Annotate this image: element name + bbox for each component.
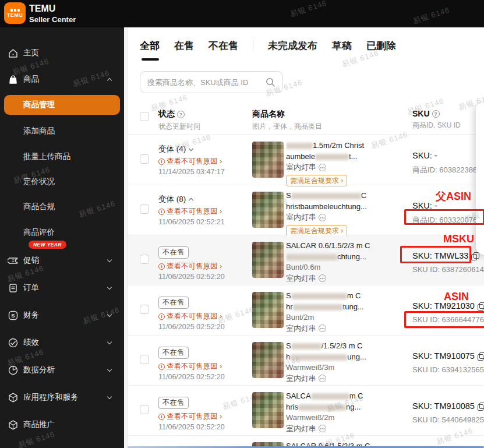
- sidebar-item-label: 促销: [23, 255, 39, 266]
- sidebar-item-product-promotion[interactable]: 商品推广: [0, 415, 124, 435]
- row-checkbox[interactable]: [140, 204, 149, 214]
- search-icon[interactable]: [265, 77, 275, 87]
- copy-icon[interactable]: [478, 302, 484, 310]
- more-icon[interactable]: •••: [319, 274, 326, 282]
- table-row[interactable]: 不在售i查看不可售原因 ›11/06/2025 02:52:20Sm Chrtu…: [128, 285, 484, 336]
- variant-toggle[interactable]: 变体 (8): [158, 194, 193, 204]
- product-title-line1[interactable]: SC: [286, 191, 409, 202]
- table-row[interactable]: 变体 (4)i查看不可售原因 ›11/14/2025 03:47:171.5m/…: [128, 135, 484, 185]
- product-title-line2[interactable]: aumbelet...: [286, 151, 409, 163]
- sidebar-item-finance[interactable]: S财务: [0, 305, 124, 325]
- temu-logo[interactable]: TEMU: [4, 2, 26, 24]
- product-thumbnail[interactable]: [252, 392, 284, 428]
- product-title-line2[interactable]: hristbaumbeleuchtung...: [286, 202, 409, 213]
- sku-help-icon[interactable]: ?: [432, 110, 440, 118]
- product-title-fragment: SALCA: [286, 391, 311, 400]
- unsellable-reason-link[interactable]: i查看不可售原因 ›: [158, 312, 222, 322]
- sidebar-item-bulk-upload-products[interactable]: 批量上传商品: [0, 148, 124, 165]
- select-all-checkbox[interactable]: [140, 112, 149, 121]
- sidebar-item-apps-services[interactable]: 应用程序和服务: [0, 387, 124, 407]
- sidebar-item-performance[interactable]: 绩效: [0, 333, 124, 352]
- tab-all[interactable]: 全部: [140, 39, 160, 52]
- product-title-line1[interactable]: SALCAm C: [286, 391, 409, 402]
- more-icon[interactable]: •••: [319, 324, 326, 332]
- sidebar-item-add-product[interactable]: 添加商品: [0, 122, 124, 140]
- status-badge: 不在售: [158, 297, 189, 309]
- annotation-msku-label: MSKU: [443, 233, 474, 245]
- product-thumbnail[interactable]: [252, 292, 284, 328]
- product-title-line1[interactable]: 1.5m/2m Christ: [286, 140, 409, 151]
- product-column-title: 商品名称: [252, 109, 285, 119]
- tab-deleted[interactable]: 已删除: [366, 39, 396, 52]
- unsellable-reason-link[interactable]: i查看不可售原因 ›: [158, 412, 222, 422]
- product-title-line1[interactable]: SALCAR 0.6/1.5/2/3 m C: [286, 241, 409, 252]
- search-box[interactable]: [140, 71, 283, 93]
- row-checkbox[interactable]: [140, 305, 149, 314]
- product-thumbnail[interactable]: [252, 192, 284, 228]
- product-title-fragment: S: [286, 291, 291, 300]
- tab-unfinished[interactable]: 未完成发布: [268, 39, 317, 52]
- row-checkbox[interactable]: [140, 405, 149, 414]
- search-input[interactable]: [147, 78, 265, 87]
- copy-icon[interactable]: [478, 352, 484, 360]
- info-icon: i: [158, 364, 165, 370]
- sidebar-item-promotions[interactable]: 促销NEW YEAR: [0, 251, 124, 270]
- copy-icon[interactable]: [471, 252, 478, 260]
- sidebar-item-product-compliance[interactable]: 商品合规: [0, 198, 124, 216]
- sidebar-item-data-analytics[interactable]: 数据分析: [0, 360, 124, 380]
- product-thumbnail[interactable]: [252, 342, 284, 378]
- product-thumbnail[interactable]: [252, 142, 284, 178]
- product-column-subtitle: 图片，变体，商品类目: [252, 122, 322, 132]
- status-badge: 不在售: [158, 397, 189, 409]
- unsellable-reason-link[interactable]: i查看不可售原因 ›: [158, 207, 222, 217]
- more-icon[interactable]: •••: [319, 214, 326, 221]
- sidebar-item-pricing-status[interactable]: 定价状况: [0, 173, 124, 191]
- tab-not-on-sale[interactable]: 不在售: [209, 39, 238, 52]
- sidebar-item-product-management[interactable]: 商品管理: [4, 95, 120, 115]
- product-title-fragment: S: [286, 191, 291, 200]
- product-thumbnail[interactable]: [252, 242, 284, 278]
- compliance-tag[interactable]: 需满足合规要求 ›: [286, 175, 347, 186]
- chevron-down-icon: [107, 339, 112, 344]
- apps-icon: [8, 392, 19, 403]
- table-row[interactable]: 变体 (8)i查看不可售原因 ›11/06/2025 02:52:21SChri…: [128, 185, 484, 235]
- more-icon[interactable]: •••: [319, 375, 326, 382]
- tab-draft[interactable]: 草稿: [332, 39, 352, 52]
- product-title-fragment: t...: [349, 152, 357, 161]
- top-bar: TEMU TEMU Seller Center: [0, 0, 484, 27]
- status-help-icon[interactable]: ?: [177, 111, 185, 118]
- product-title-line2[interactable]: hrisng...: [286, 402, 409, 413]
- table-row[interactable]: 不在售i查看不可售原因 ›11/06/2025 02:52:20SALCAR 0…: [128, 235, 484, 285]
- row-checkbox[interactable]: [140, 255, 149, 264]
- sidebar-item-products[interactable]: 商品: [0, 69, 124, 89]
- variant-toggle[interactable]: 变体 (4): [158, 144, 193, 154]
- product-title-line2[interactable]: chtung...: [286, 252, 409, 263]
- table-row[interactable]: 不在售i查看不可售原因 ›11/06/2025 02:52:20SALCAm C…: [128, 386, 484, 436]
- status-column-subtitle: 状态更新时间: [158, 122, 200, 132]
- product-title-line2[interactable]: hung...: [286, 352, 409, 363]
- compliance-tag[interactable]: 需满足合规要求 ›: [286, 225, 347, 237]
- status-updated-time: 11/06/2025 02:52:20: [158, 423, 225, 431]
- more-icon[interactable]: •••: [319, 425, 326, 432]
- sidebar-item-product-reviews[interactable]: 商品评价: [0, 224, 124, 241]
- tab-on-sale[interactable]: 在售: [174, 39, 194, 52]
- unsellable-reason-link[interactable]: i查看不可售原因 ›: [158, 262, 222, 271]
- row-checkbox[interactable]: [140, 154, 149, 164]
- sidebar-item-orders[interactable]: 订单: [0, 278, 124, 298]
- product-title-fragment: /1.5/2/3 m C: [322, 341, 363, 350]
- sidebar-item-home[interactable]: 主页: [0, 43, 124, 63]
- product-name-cell: Sm Chrtung...Bunt/2m室内灯串•••: [286, 291, 409, 334]
- product-title-line1[interactable]: S/1.5/2/3 m C: [286, 341, 409, 352]
- floating-panel-edge[interactable]: [476, 102, 484, 255]
- unsellable-reason-link[interactable]: i查看不可售原因 ›: [158, 157, 222, 167]
- table-row[interactable]: 不在售i查看不可售原因 ›11/06/2025 02:52:20S/1.5/2/…: [128, 336, 484, 386]
- copy-icon[interactable]: [478, 403, 484, 410]
- info-icon: i: [158, 209, 165, 215]
- more-icon[interactable]: •••: [319, 164, 326, 171]
- product-title-line1[interactable]: Sm C: [286, 291, 409, 302]
- redacted-text: [311, 393, 349, 400]
- unsellable-reason-link[interactable]: i查看不可售原因 ›: [158, 362, 222, 372]
- row-checkbox[interactable]: [140, 355, 149, 364]
- product-title-line2[interactable]: hrtung...: [286, 302, 409, 313]
- status-updated-time: 11/06/2025 02:52:20: [158, 323, 225, 331]
